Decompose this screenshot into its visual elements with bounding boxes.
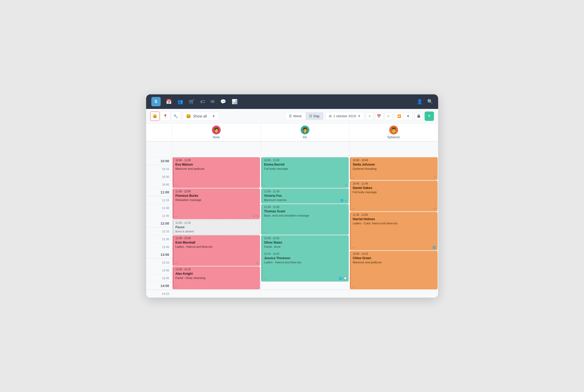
tag-nav-icon[interactable]: 🏷 <box>200 99 205 104</box>
users-nav-icon[interactable]: 👥 <box>177 99 183 104</box>
wrench-filter-button[interactable]: 🔧 <box>171 112 180 121</box>
staff-cell-ilona: 👩 Ilona <box>172 123 261 141</box>
print-button[interactable]: 🖶 <box>415 112 423 120</box>
calendar-body: 10:0010:1510:3010:4511:0011:1511:3011:45… <box>146 141 438 298</box>
view-toggle: ☰ Week ☷ Day <box>285 112 323 120</box>
time-slot: 13:00 <box>146 251 172 259</box>
col-slot <box>261 251 349 259</box>
col-slot <box>172 157 261 165</box>
avatar-ilona: 👩 <box>212 126 221 134</box>
col-slot <box>261 282 349 290</box>
calendar-picker-button[interactable]: 📅 <box>375 112 383 120</box>
col-slot <box>349 259 438 266</box>
time-column: 10:0010:1510:3010:4511:0011:1511:3011:45… <box>146 142 172 298</box>
search-nav-icon[interactable]: 🔍 <box>427 99 433 104</box>
avatar-sylvenzo: 👨 <box>389 126 398 134</box>
col-slot <box>172 251 261 259</box>
sylvenzo-slots <box>349 142 438 298</box>
col-slot <box>349 142 438 149</box>
col-slot <box>172 173 261 181</box>
time-header-empty <box>146 123 172 141</box>
col-slot <box>349 173 438 181</box>
col-slot <box>172 165 261 173</box>
col-slot <box>261 188 349 196</box>
staff-cell-sylvenzo: 👨 Sylvenzo <box>349 123 438 141</box>
week-label: Week <box>293 114 302 118</box>
time-slot: 10:45 <box>146 181 172 188</box>
col-slot <box>172 149 261 157</box>
col-slot <box>172 220 261 227</box>
chart-nav-icon[interactable]: 📊 <box>232 99 237 104</box>
col-slot <box>261 274 349 282</box>
calendar-nav-icon[interactable]: 📅 <box>166 99 172 104</box>
col-slot <box>172 266 261 274</box>
col-slot <box>261 204 349 212</box>
time-slot: 13:30 <box>146 266 172 274</box>
time-slot: 11:15 <box>146 196 172 204</box>
toolbar: 😀 📍 🔧 😀 Show all ▼ ☰ Week ☷ Day di. 1 ok… <box>146 109 438 123</box>
fastforward-button[interactable]: ⏩ <box>395 113 404 120</box>
col-slot <box>349 274 438 282</box>
staff-name-iris: Iris <box>303 135 307 139</box>
profile-nav-icon[interactable]: 👤 <box>417 99 423 104</box>
col-slot <box>172 204 261 212</box>
col-slot <box>349 227 438 235</box>
col-slot <box>261 181 349 188</box>
nav-icons: 📅 👥 🛒 🏷 ✉ 💬 📊 <box>166 99 412 104</box>
staff-columns: 10:00 - 11:00Eva WatsonManicure and pedi… <box>172 142 438 298</box>
time-slot: 14:00 <box>146 282 172 290</box>
col-slot <box>261 227 349 235</box>
day-view-button[interactable]: ☷ Day <box>306 112 323 120</box>
app-container: S 📅 👥 🛒 🏷 ✉ 💬 📊 👤 🔍 😀 📍 🔧 😀 Show all ▼ <box>146 94 438 298</box>
staff-header-row: 👩 Ilona 👩 Iris 👨 Sylvenzo <box>146 123 438 141</box>
day-list-icon: ☷ <box>309 114 312 118</box>
column-sylvenzo: 10:00 - 10:45Stella JohnsonEyebrow threa… <box>349 142 438 298</box>
staff-name-ilona: Ilona <box>213 135 219 139</box>
time-slot: 12:30 <box>146 235 172 243</box>
col-slot <box>261 165 349 173</box>
next-date-button[interactable]: > <box>385 112 392 120</box>
fastforward-group: ⏩ ▼ <box>394 112 413 120</box>
week-view-button[interactable]: ☰ Week <box>285 112 306 120</box>
ilona-slots <box>172 142 261 298</box>
cart-nav-icon[interactable]: 🛒 <box>189 99 194 104</box>
time-slot: 11:45 <box>146 212 172 220</box>
top-nav: S 📅 👥 🛒 🏷 ✉ 💬 📊 👤 🔍 <box>146 94 438 109</box>
chat-nav-icon[interactable]: 💬 <box>220 99 226 104</box>
time-slot: 10:15 <box>146 165 172 173</box>
staff-cell-iris: 👩 Iris <box>261 123 349 141</box>
face-filter-button[interactable]: 😀 <box>150 112 160 121</box>
col-slot <box>172 274 261 282</box>
staff-name-sylvenzo: Sylvenzo <box>387 135 400 139</box>
col-slot <box>172 212 261 220</box>
time-slot: 10:30 <box>146 173 172 181</box>
show-all-label: Show all <box>193 114 207 118</box>
col-slot <box>349 282 438 290</box>
show-all-dropdown[interactable]: 😀 Show all ▼ <box>183 112 219 120</box>
date-display[interactable]: di. 1 oktober 2019 ▼ <box>326 112 364 120</box>
day-label: Day <box>314 114 320 118</box>
col-slot <box>172 188 261 196</box>
time-slot <box>146 142 172 149</box>
time-slot <box>146 149 172 157</box>
col-slot <box>261 243 349 251</box>
prev-date-button[interactable]: < <box>366 112 374 120</box>
time-slot: 12:00 <box>146 220 172 227</box>
column-ilona: 10:00 - 11:00Eva WatsonManicure and pedi… <box>172 142 261 298</box>
col-slot <box>349 149 438 157</box>
col-slot <box>261 173 349 181</box>
col-slot <box>261 157 349 165</box>
fastforward-dropdown[interactable]: ▼ <box>404 113 412 120</box>
col-slot <box>349 165 438 173</box>
col-slot <box>261 290 349 298</box>
col-slot <box>261 220 349 227</box>
date-label: di. 1 oktober 2019 <box>329 114 356 118</box>
col-slot <box>261 235 349 243</box>
add-appointment-button[interactable]: + <box>425 112 434 121</box>
location-filter-button[interactable]: 📍 <box>161 112 170 121</box>
mail-nav-icon[interactable]: ✉ <box>211 99 215 104</box>
app-logo[interactable]: S <box>151 97 161 106</box>
time-slot: 13:15 <box>146 259 172 266</box>
col-slot <box>261 212 349 220</box>
col-slot <box>172 227 261 235</box>
